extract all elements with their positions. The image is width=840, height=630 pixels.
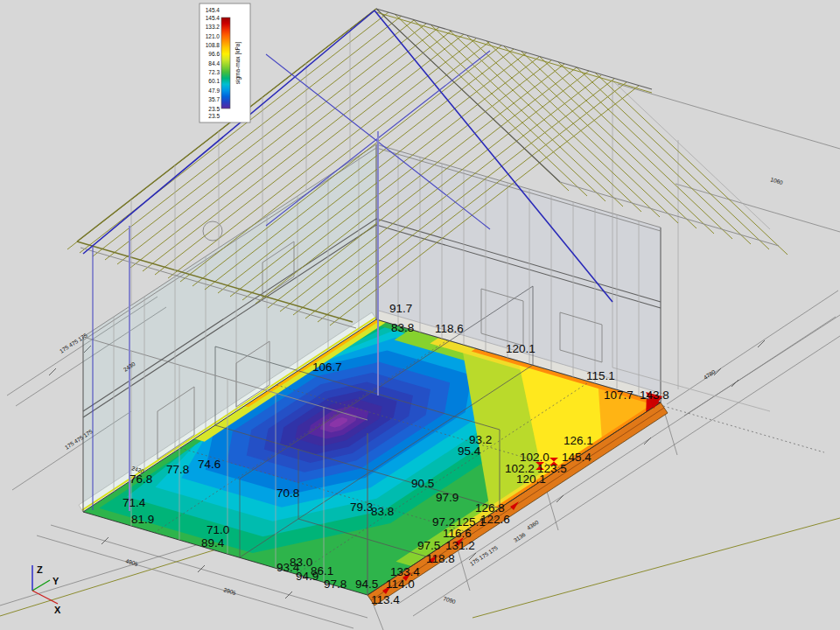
node-value: 126.1 bbox=[564, 434, 593, 447]
legend-tick: 60.1 bbox=[208, 78, 220, 84]
node-value: 106.7 bbox=[312, 360, 342, 374]
legend-tick: 47.9 bbox=[208, 88, 220, 94]
node-value: 133.4 bbox=[390, 565, 420, 578]
legend-max: 145.4 bbox=[206, 7, 220, 13]
legend-tick: 133.2 bbox=[206, 24, 220, 30]
node-value: 94.5 bbox=[355, 578, 378, 591]
legend-min: 23.5 bbox=[208, 113, 220, 119]
node-value: 131.2 bbox=[445, 539, 475, 552]
z-axis-label: Z bbox=[37, 564, 43, 575]
node-value: 76.8 bbox=[130, 472, 152, 486]
node-value: 71.0 bbox=[206, 523, 229, 536]
node-value: 91.7 bbox=[389, 302, 412, 315]
legend-tick: 145.4 bbox=[206, 15, 220, 21]
cad-viewport[interactable]: 91.783.8118.6120.1106.7115.1107.7143.812… bbox=[0, 0, 840, 630]
node-value: 81.9 bbox=[131, 513, 154, 526]
legend-tick: 72.3 bbox=[208, 69, 220, 75]
node-value: 89.4 bbox=[201, 536, 225, 550]
node-value: 120.1 bbox=[506, 342, 536, 355]
x-axis-label: X bbox=[54, 605, 61, 615]
legend-title: sigma-max [kPa] bbox=[234, 42, 242, 85]
node-value: 120.1 bbox=[516, 472, 546, 486]
node-value: 79.3 bbox=[350, 500, 373, 514]
legend-tick: 96.6 bbox=[208, 51, 220, 57]
node-value: 118.6 bbox=[435, 322, 464, 335]
node-value: 83.8 bbox=[371, 505, 394, 518]
node-value: 143.8 bbox=[640, 388, 669, 402]
node-value: 70.8 bbox=[276, 486, 299, 500]
node-value: 90.5 bbox=[411, 477, 434, 490]
node-value: 95.4 bbox=[458, 444, 481, 458]
node-value: 71.4 bbox=[122, 496, 146, 509]
node-value: 116.6 bbox=[443, 527, 472, 540]
legend-colorbar bbox=[221, 18, 230, 108]
node-value: 97.5 bbox=[417, 539, 440, 552]
node-value: 115.1 bbox=[586, 369, 615, 382]
node-value: 74.6 bbox=[198, 458, 220, 471]
legend: 145.4 145.4133.2121.0108.896.684.472.360… bbox=[200, 4, 250, 122]
node-value: 114.0 bbox=[386, 578, 415, 591]
y-axis-label: Y bbox=[52, 576, 60, 586]
node-value: 97.9 bbox=[436, 491, 458, 504]
legend-tick: 108.8 bbox=[206, 42, 220, 48]
node-value: 118.8 bbox=[426, 552, 455, 565]
node-value: 107.7 bbox=[604, 388, 634, 402]
node-value: 83.8 bbox=[391, 321, 414, 334]
legend-tick: 121.0 bbox=[206, 33, 220, 39]
node-value: 97.8 bbox=[324, 578, 346, 591]
node-value: 77.8 bbox=[166, 463, 189, 476]
node-value: 113.4 bbox=[371, 593, 400, 606]
legend-tick: 84.4 bbox=[208, 60, 220, 66]
legend-tick: 23.5 bbox=[208, 106, 220, 112]
node-value: 83.0 bbox=[290, 556, 312, 569]
legend-tick: 35.7 bbox=[208, 96, 220, 102]
